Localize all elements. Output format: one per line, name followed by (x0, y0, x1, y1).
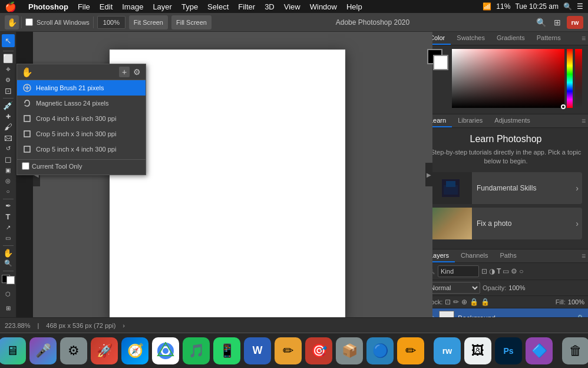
layer-row-0[interactable]: 👁 Background 🔒 (424, 308, 588, 317)
zoom-tool[interactable]: 🔍 (2, 259, 15, 268)
control-center-icon[interactable]: ☰ (577, 2, 583, 11)
layers-filter-dropdown[interactable]: Kind (438, 265, 479, 277)
dock-photoshop[interactable]: Ps (495, 337, 522, 364)
dock-sketch[interactable]: ✏ (275, 337, 302, 364)
status-nav-arrow[interactable]: › (123, 322, 125, 329)
fill-value[interactable]: 100% (568, 298, 584, 305)
preset-item-0[interactable]: Healing Brush 21 pixels (17, 80, 146, 96)
menu-image[interactable]: Image (117, 0, 148, 13)
tab-patterns[interactable]: Patterns (531, 32, 567, 45)
path-select-tool[interactable]: ↗ (2, 223, 15, 232)
crop-tool[interactable]: ⊡ (2, 86, 15, 96)
tab-channels[interactable]: Channels (455, 249, 494, 262)
lock-draw-icon[interactable]: ✏ (453, 298, 459, 306)
lock-position-icon[interactable]: 🔒 (470, 298, 478, 306)
eraser-tool[interactable]: ◻ (2, 155, 15, 164)
right-collapse-arrow[interactable]: ▶ (425, 163, 432, 186)
layout-button[interactable]: ⊞ (550, 15, 564, 29)
tool-preset-picker[interactable]: ✋ (5, 15, 19, 29)
pen-tool[interactable]: ✒ (2, 201, 15, 211)
blur-tool[interactable]: ◎ (2, 176, 15, 185)
lock-all-icon[interactable]: 🔒 (481, 298, 490, 306)
filter-smart-icon[interactable]: ⚙ (511, 267, 517, 275)
menu-view[interactable]: View (279, 0, 305, 13)
preset-settings-icon[interactable]: ⚙ (133, 67, 141, 77)
filter-pixel-icon[interactable]: ⊡ (481, 267, 487, 275)
dock-pencil[interactable]: ✏ (397, 337, 424, 364)
filter-adj-icon[interactable]: ◑ (489, 267, 495, 275)
quick-mask-tool[interactable]: ⬡ (2, 288, 15, 301)
dock-app10[interactable]: 🎯 (305, 337, 332, 364)
search-toolbar-button[interactable]: 🔍 (534, 15, 548, 29)
fit-screen-button[interactable]: Fit Screen (129, 15, 168, 29)
preset-item-3[interactable]: Crop 5 inch x 3 inch 300 ppi (17, 126, 146, 142)
layers-panel-options[interactable]: ≡ (579, 249, 588, 262)
fg-bg-colors[interactable] (427, 49, 448, 70)
menu-file[interactable]: File (73, 0, 95, 13)
filter-shape-icon[interactable]: ▭ (503, 267, 509, 275)
color-panel-options[interactable]: ≡ (579, 32, 588, 45)
dodge-tool[interactable]: ○ (2, 186, 15, 196)
search-icon[interactable]: 🔍 (563, 2, 572, 11)
menu-window[interactable]: Window (305, 0, 342, 13)
gradient-tool[interactable]: ▣ (2, 165, 15, 175)
dock-app12[interactable]: 🔵 (366, 337, 394, 364)
hue-slider[interactable] (567, 49, 573, 108)
quick-select-tool[interactable]: ⚙ (2, 75, 15, 85)
dock-system-prefs[interactable]: ⚙ (60, 337, 87, 364)
menu-select[interactable]: Select (203, 0, 233, 13)
opacity-value[interactable]: 100% (508, 284, 525, 291)
dock-app11[interactable]: 📦 (336, 337, 363, 364)
tab-swatches[interactable]: Swatches (451, 32, 491, 45)
eyedropper-tool[interactable]: 💉 (2, 101, 15, 110)
history-brush-tool[interactable]: ↺ (2, 144, 15, 153)
alpha-bar[interactable] (575, 49, 582, 108)
scroll-all-checkbox[interactable] (25, 18, 33, 26)
new-preset-button[interactable]: + (119, 67, 130, 77)
type-tool[interactable]: T (2, 212, 15, 221)
dock-spotify[interactable]: 🎵 (183, 337, 210, 364)
menu-type[interactable]: Type (177, 0, 203, 13)
lock-pixels-icon[interactable]: ⊡ (445, 298, 451, 306)
dock-word[interactable]: W (244, 337, 271, 364)
menu-3d[interactable]: 3D (260, 0, 279, 13)
menu-layer[interactable]: Layer (148, 0, 177, 13)
brush-tool[interactable]: 🖌 (2, 122, 15, 132)
preset-item-2[interactable]: Crop 4 inch x 6 inch 300 ppi (17, 111, 146, 126)
dock-photos[interactable]: 🖼 (464, 337, 491, 364)
menu-help[interactable]: Help (342, 0, 367, 13)
dock-safari[interactable]: 🧭 (121, 337, 148, 364)
tab-adjustments[interactable]: Adjustments (488, 114, 536, 127)
filter-type-icon[interactable]: T (497, 267, 501, 275)
zoom-input[interactable]: 100% (97, 16, 125, 29)
filter-toggle[interactable]: ○ (519, 267, 523, 275)
learn-card-1[interactable]: Fix a photo › (430, 208, 582, 239)
background-swatch[interactable] (433, 55, 448, 70)
current-tool-only-checkbox[interactable] (22, 162, 29, 170)
healing-brush-tool[interactable]: ✚ (2, 111, 15, 121)
rectangle-select-tool[interactable]: ⬜ (2, 54, 15, 63)
preset-item-1[interactable]: Magnetic Lasso 24 pixels (17, 96, 146, 111)
dock-launchpad[interactable]: 🚀 (91, 337, 118, 364)
learn-panel-options[interactable]: ≡ (579, 114, 588, 127)
fill-screen-button[interactable]: Fill Screen (171, 15, 212, 29)
lock-artboard-icon[interactable]: ⊕ (461, 298, 467, 306)
fg-bg-swatch[interactable] (2, 275, 15, 284)
clone-stamp-tool[interactable]: 🖂 (2, 133, 15, 143)
wifi-icon[interactable]: 📶 (483, 2, 491, 11)
shape-tool[interactable]: ▭ (2, 234, 15, 243)
hand-tool[interactable]: ✋ (2, 248, 15, 258)
dock-rw[interactable]: rw (434, 337, 461, 364)
dock-siri[interactable]: 🎤 (29, 337, 57, 364)
move-tool[interactable]: ↖ (2, 34, 15, 47)
tab-gradients[interactable]: Gradients (491, 32, 531, 45)
dock-app18[interactable]: 🔷 (526, 337, 553, 364)
user-avatar[interactable]: rw (567, 16, 583, 29)
menu-edit[interactable]: Edit (95, 0, 117, 13)
tab-paths[interactable]: Paths (494, 249, 523, 262)
preset-item-4[interactable]: Crop 5 inch x 4 inch 300 ppi (17, 142, 146, 157)
menu-filter[interactable]: Filter (233, 0, 260, 13)
dock-trash[interactable]: 🗑 (562, 337, 588, 364)
background-color[interactable] (6, 276, 15, 284)
learn-card-0[interactable]: Fundamental Skills › (430, 172, 582, 204)
